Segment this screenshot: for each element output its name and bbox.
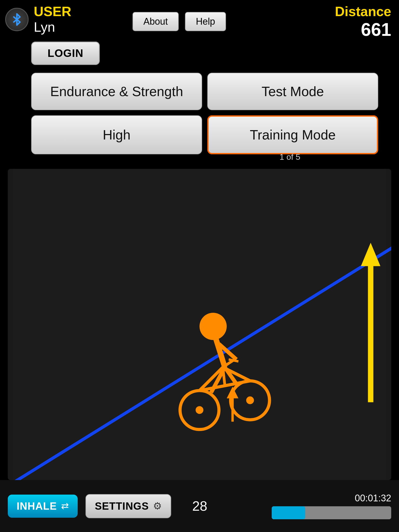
help-button[interactable]: Help — [185, 12, 226, 31]
breath-count: 28 — [189, 498, 210, 514]
shuffle-icon: ⇄ — [61, 501, 69, 511]
svg-point-7 — [246, 396, 254, 404]
user-section: USER Lyn — [34, 5, 117, 35]
endurance-strength-button[interactable]: Endurance & Strength — [31, 73, 202, 110]
cycling-animation — [8, 169, 391, 480]
distance-value: 661 — [361, 19, 391, 40]
settings-button[interactable]: SETTINGS ⚙ — [85, 494, 171, 518]
svg-rect-0 — [13, 169, 386, 480]
svg-point-6 — [196, 406, 203, 414]
svg-point-15 — [200, 313, 227, 340]
animation-area — [8, 169, 391, 480]
page-indicator: 1 of 5 — [202, 152, 378, 162]
bottom-bar: INHALE ⇄ SETTINGS ⚙ 28 00:01:32 — [0, 480, 399, 532]
bluetooth-button[interactable] — [5, 8, 29, 31]
gear-icon: ⚙ — [153, 500, 162, 512]
distance-label: Distance — [335, 5, 391, 18]
progress-bar-fill — [272, 506, 305, 519]
high-button[interactable]: High — [31, 115, 202, 154]
progress-bar[interactable] — [272, 506, 391, 519]
timer-value: 00:01:32 — [355, 493, 391, 504]
user-name: Lyn — [34, 19, 55, 35]
distance-section: Distance 661 — [335, 5, 391, 40]
bluetooth-icon — [10, 13, 24, 26]
inhale-button[interactable]: INHALE ⇄ — [8, 495, 78, 518]
inhale-label: INHALE — [17, 500, 57, 512]
nav-buttons: About Help — [132, 12, 226, 31]
user-label: USER — [34, 5, 71, 18]
test-mode-button[interactable]: Test Mode — [207, 73, 378, 110]
about-button[interactable]: About — [132, 12, 179, 31]
main-buttons-grid: Endurance & Strength Test Mode High Trai… — [31, 73, 378, 154]
login-button[interactable]: LOGIN — [31, 42, 100, 65]
training-mode-button[interactable]: Training Mode — [207, 115, 378, 154]
timer-section: 00:01:32 — [272, 493, 391, 519]
settings-label: SETTINGS — [95, 500, 149, 512]
